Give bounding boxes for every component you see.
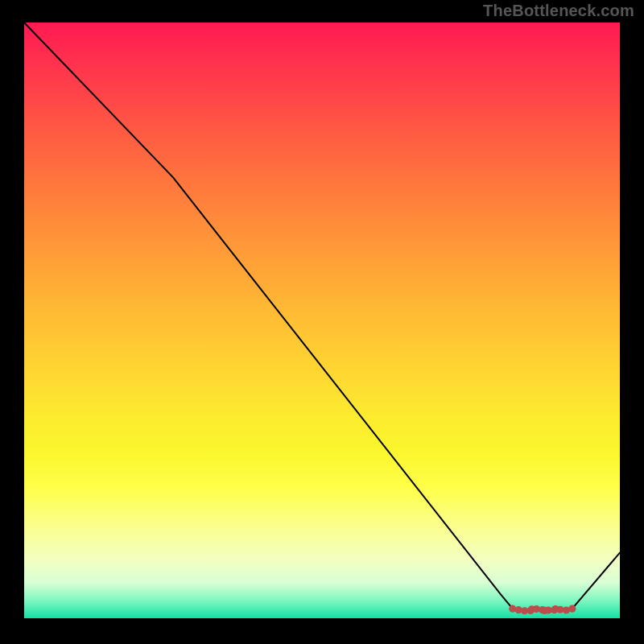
plot-area <box>24 23 620 618</box>
marker-dots <box>509 605 576 615</box>
line-series <box>24 23 620 611</box>
marker-dot <box>568 605 576 613</box>
chart-frame: TheBottleneck.com <box>0 0 644 644</box>
chart-svg <box>24 23 620 618</box>
watermark-text: TheBottleneck.com <box>483 2 634 20</box>
curve-path <box>24 23 620 611</box>
